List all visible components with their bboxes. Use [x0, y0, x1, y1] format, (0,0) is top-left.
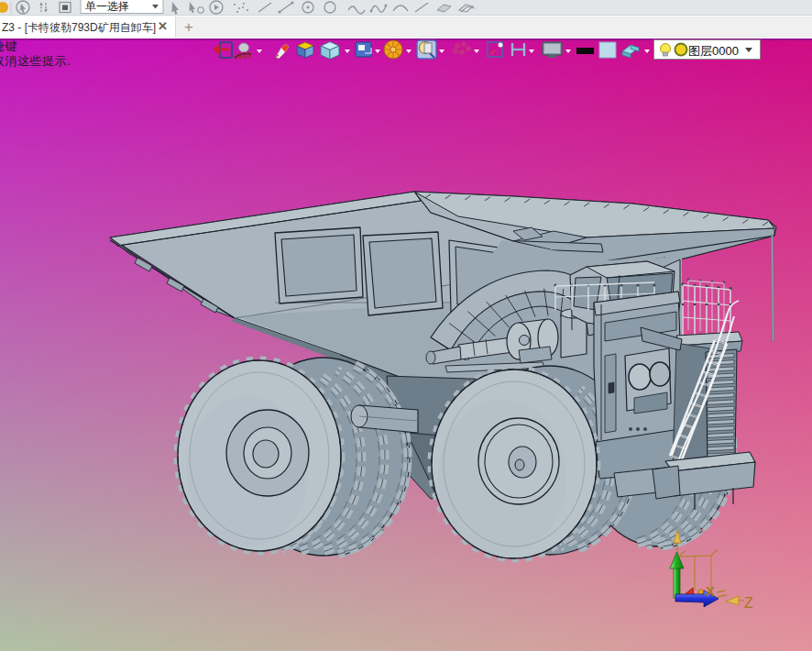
svg-text:单一选择: 单一选择 [85, 0, 129, 13]
